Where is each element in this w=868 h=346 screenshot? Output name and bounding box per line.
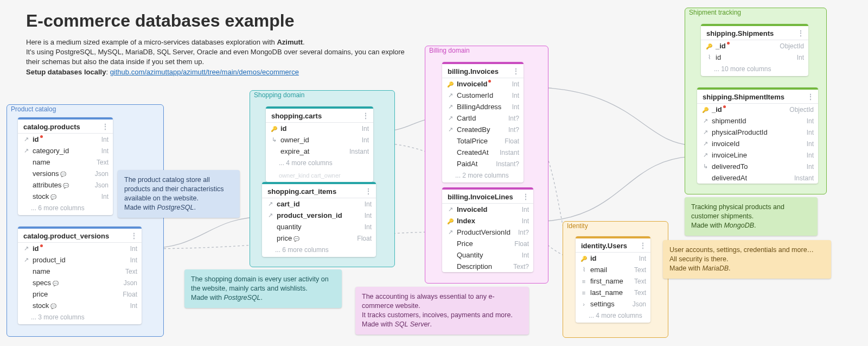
column-row[interactable]: nameText xyxy=(18,266,142,277)
table-menu-icon[interactable]: ⋮ xyxy=(365,187,372,196)
column-row[interactable]: BillingAddressInt xyxy=(442,101,524,112)
column-name: product_version_id xyxy=(277,211,362,219)
column-name: CreatedBy xyxy=(457,125,506,134)
key-icon xyxy=(270,125,278,132)
column-row[interactable]: InvoiceIdInt xyxy=(442,78,524,90)
column-row[interactable]: TotalPriceFloat xyxy=(442,135,524,147)
column-row[interactable]: deliveredToInt xyxy=(697,161,818,172)
column-row[interactable]: first_nameText xyxy=(576,275,650,287)
table-menu-icon[interactable]: ⋮ xyxy=(807,92,814,101)
column-row[interactable]: idInt xyxy=(18,134,113,145)
column-name: physicalProductId xyxy=(712,128,804,136)
column-row[interactable]: product_idInt xyxy=(18,254,142,266)
table-shopping-cart-items[interactable]: shopping.cart_items⋮ cart_idIntproduct_v… xyxy=(262,182,376,257)
column-type: Int xyxy=(522,217,529,225)
column-row[interactable]: _idObjectId xyxy=(701,40,808,52)
column-row[interactable]: idInt xyxy=(18,243,142,254)
column-type: Json xyxy=(95,181,108,189)
column-type: Int xyxy=(797,54,804,61)
table-menu-icon[interactable]: ⋮ xyxy=(512,67,519,76)
column-row[interactable]: nameText xyxy=(18,156,113,168)
column-row[interactable]: category_idInt xyxy=(18,145,113,156)
column-name: invoiceLine xyxy=(712,151,804,159)
column-row[interactable]: cart_idInt xyxy=(262,198,376,210)
setup-link[interactable]: github.com/azimuttapp/azimutt/tree/main/… xyxy=(110,68,299,76)
table-catalog-products[interactable]: catalog.products⋮ idIntcategory_idIntnam… xyxy=(18,117,113,215)
column-row[interactable]: stock💬Int xyxy=(18,300,142,311)
column-row[interactable]: last_nameText xyxy=(576,287,650,298)
fk-icon xyxy=(446,126,454,133)
column-row[interactable]: owner_idInt xyxy=(266,134,373,146)
column-row[interactable]: invoiceLineInt xyxy=(697,149,818,161)
key-icon xyxy=(701,106,709,113)
column-name: name xyxy=(33,158,94,166)
column-name: id xyxy=(590,254,636,262)
column-row[interactable]: QuantityInt xyxy=(442,249,533,261)
column-row[interactable]: settingsJson xyxy=(576,298,650,310)
table-billing-invoice-lines[interactable]: billing.InvoiceLines⋮ InvoiceIdIntIndexI… xyxy=(442,187,533,272)
column-row[interactable]: idInt xyxy=(701,52,808,63)
column-row[interactable]: InvoiceIdInt xyxy=(442,204,533,215)
column-row[interactable]: deliveredAtInstant xyxy=(697,172,818,184)
column-row[interactable]: idInt xyxy=(266,123,373,134)
column-name: _id xyxy=(716,42,777,50)
column-type: Int xyxy=(512,80,519,88)
column-type: Float xyxy=(514,240,529,248)
column-row[interactable]: ProductVersionIdInt? xyxy=(442,227,533,238)
in-icon xyxy=(701,163,709,170)
table-catalog-product-versions[interactable]: catalog.product_versions⋮ idIntproduct_i… xyxy=(18,227,142,324)
column-row[interactable]: shipmentIdInt xyxy=(697,115,818,127)
column-name: versions💬 xyxy=(33,169,92,178)
column-type: Int? xyxy=(518,229,529,236)
table-identity-users[interactable]: identity.Users⋮ idIntemailTextfirst_name… xyxy=(576,236,650,323)
column-row[interactable]: stock💬Int xyxy=(18,191,113,202)
column-type: Instant xyxy=(349,148,369,155)
domain-title: Identity xyxy=(563,221,592,232)
table-shipping-shipment-items[interactable]: shipping.ShipmentItems⋮ _idObjectIdshipm… xyxy=(697,87,818,184)
column-row[interactable]: CustomerIdInt xyxy=(442,90,524,101)
column-row[interactable]: product_version_idInt xyxy=(262,210,376,221)
column-name: PaidAt xyxy=(457,160,493,168)
table-menu-icon[interactable]: ⋮ xyxy=(522,192,529,201)
table-billing-invoices[interactable]: billing.Invoices⋮ InvoiceIdIntCustomerId… xyxy=(442,62,524,183)
column-row[interactable]: CartIdInt? xyxy=(442,112,524,124)
column-name: settings xyxy=(590,300,630,308)
table-menu-icon[interactable]: ⋮ xyxy=(797,29,804,37)
column-name: category_id xyxy=(33,147,99,155)
column-type: Int xyxy=(807,140,814,148)
column-row[interactable]: invoiceIdInt xyxy=(697,138,818,149)
column-row[interactable]: CreatedByInt? xyxy=(442,124,524,135)
column-row[interactable]: quantityInt xyxy=(262,221,376,232)
table-shipping-shipments[interactable]: shipping.Shipments⋮ _idObjectIdidInt ...… xyxy=(701,24,808,76)
column-row[interactable]: DescriptionText? xyxy=(442,261,533,272)
column-type: Instant xyxy=(794,174,814,182)
column-name: Price xyxy=(457,240,512,248)
column-name: Index xyxy=(457,217,519,225)
column-row[interactable]: expire_atInstant xyxy=(266,146,373,157)
column-row[interactable]: idInt xyxy=(576,253,650,264)
column-row[interactable]: price💬Float xyxy=(262,232,376,244)
table-menu-icon[interactable]: ⋮ xyxy=(130,231,137,240)
column-row[interactable]: CreatedAtInstant xyxy=(442,147,524,158)
table-shopping-carts[interactable]: shopping.carts⋮ idIntowner_idIntexpire_a… xyxy=(266,106,373,182)
column-row[interactable]: PriceFloat xyxy=(442,238,533,249)
column-row[interactable]: IndexInt xyxy=(442,215,533,227)
table-menu-icon[interactable]: ⋮ xyxy=(362,111,369,120)
column-row[interactable]: physicalProductIdInt xyxy=(697,127,818,138)
column-row[interactable]: priceFloat xyxy=(18,288,142,300)
column-type: Int xyxy=(130,256,137,264)
column-row[interactable]: specs💬Json xyxy=(18,277,142,288)
column-name: _id xyxy=(712,105,787,114)
column-type: Int xyxy=(365,212,372,219)
table-menu-icon[interactable]: ⋮ xyxy=(639,241,646,250)
column-row[interactable]: emailText xyxy=(576,264,650,275)
column-type: Float xyxy=(357,235,372,242)
column-row[interactable]: versions💬Json xyxy=(18,168,113,179)
column-name: name xyxy=(33,267,123,275)
column-row[interactable]: attributes💬Json xyxy=(18,179,113,191)
column-row[interactable]: PaidAtInstant? xyxy=(442,158,524,169)
column-row[interactable]: _idObjectId xyxy=(697,104,818,115)
domain-title: Shipment tracking xyxy=(685,8,745,18)
diagram-canvas[interactable]: { "header": { "title": "E-commerce datab… xyxy=(0,0,868,346)
table-menu-icon[interactable]: ⋮ xyxy=(101,122,108,131)
